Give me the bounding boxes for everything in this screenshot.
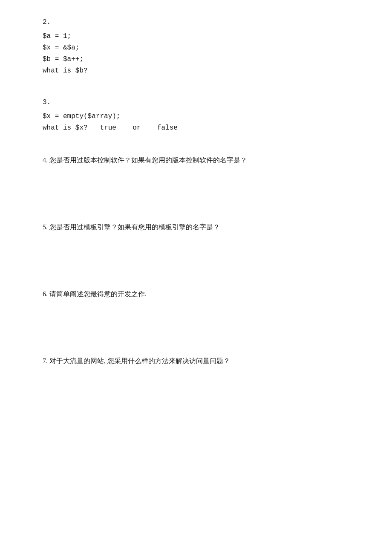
question-3: 3. $x = empty($array); what is $x? true … xyxy=(43,97,349,134)
question-4-answer-area xyxy=(43,167,349,201)
question-3-line-2: what is $x? true or false xyxy=(43,122,349,134)
question-2: 2. $a = 1; $x = &$a; $b = $a++; what is … xyxy=(43,17,349,77)
question-6: 6. 请简单阐述您最得意的开发之作. xyxy=(43,288,349,335)
question-6-answer-area xyxy=(43,301,349,335)
question-6-text: 6. 请简单阐述您最得意的开发之作. xyxy=(43,288,349,301)
question-3-number: 3. xyxy=(43,97,349,108)
question-2-number: 2. xyxy=(43,17,349,28)
question-5-answer-area xyxy=(43,234,349,268)
question-2-line-1: $a = 1; xyxy=(43,31,349,42)
question-2-line-4: what is $b? xyxy=(43,65,349,77)
question-5-text: 5. 您是否用过模板引擎？如果有您用的模板引擎的名字是？ xyxy=(43,221,349,234)
question-4-text: 4. 您是否用过版本控制软件？如果有您用的版本控制软件的名字是？ xyxy=(43,154,349,167)
question-7: 7. 对于大流量的网站, 您采用什么样的方法来解决访问量问题？ xyxy=(43,355,349,402)
question-4: 4. 您是否用过版本控制软件？如果有您用的版本控制软件的名字是？ xyxy=(43,154,349,201)
question-2-line-2: $x = &$a; xyxy=(43,42,349,54)
question-7-answer-area xyxy=(43,367,349,402)
question-2-line-3: $b = $a++; xyxy=(43,54,349,65)
question-7-text: 7. 对于大流量的网站, 您采用什么样的方法来解决访问量问题？ xyxy=(43,355,349,367)
question-5: 5. 您是否用过模板引擎？如果有您用的模板引擎的名字是？ xyxy=(43,221,349,268)
question-3-line-1: $x = empty($array); xyxy=(43,111,349,122)
